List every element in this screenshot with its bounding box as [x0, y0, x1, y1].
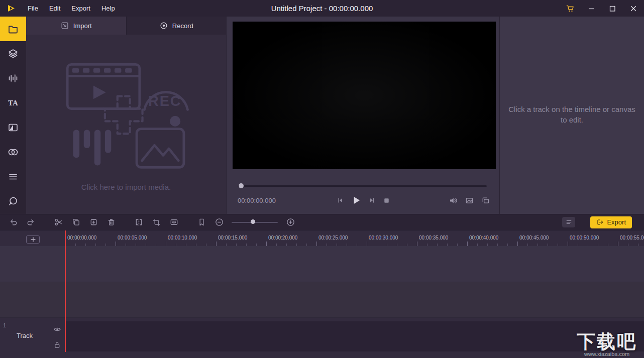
menu-help[interactable]: Help [96, 0, 121, 17]
maximize-button[interactable] [602, 0, 623, 17]
timeline-zoom-slider[interactable] [232, 217, 278, 227]
store-cart-icon[interactable] [560, 0, 581, 17]
paste-button[interactable] [88, 217, 98, 227]
video-canvas[interactable] [233, 22, 496, 169]
timeline-empty-row[interactable] [0, 246, 644, 282]
ruler-label: 00:00:25.000 [317, 235, 367, 241]
play-button[interactable] [350, 194, 362, 206]
track-name: Track [17, 332, 33, 339]
sidebar-item-transitions[interactable] [0, 115, 26, 140]
audio-waveform-icon [8, 73, 19, 84]
sidebar-item-animation[interactable] [0, 189, 26, 213]
seek-track[interactable] [238, 185, 487, 187]
export-icon [596, 218, 604, 226]
ruler-ticks-major [65, 242, 644, 246]
sidebar-item-text[interactable]: TA [0, 90, 26, 115]
ruler-label: 00:00:10.000 [166, 235, 217, 241]
seek-handle[interactable] [239, 183, 244, 188]
watermark-title: 下载吧 [577, 332, 637, 352]
zoom-in-button[interactable] [285, 217, 295, 227]
filters-icon [8, 147, 19, 158]
track-content[interactable] [65, 321, 644, 351]
ruler-label: 00:00:35.000 [417, 235, 468, 241]
close-button[interactable] [623, 0, 644, 17]
track-visibility-toggle[interactable] [53, 326, 61, 333]
menubar: File Edit Export Help [22, 0, 121, 17]
delete-button[interactable] [106, 217, 116, 227]
seekbar[interactable] [238, 182, 487, 189]
preview-options [449, 196, 493, 205]
track-manager-button[interactable] [562, 217, 575, 227]
watermark: 下载吧 www.xiazaiba.com [577, 332, 637, 357]
ruler-label: 00:00:15.000 [217, 235, 267, 241]
fit-timeline-button[interactable] [169, 217, 179, 227]
animation-icon [8, 196, 19, 207]
marker-button[interactable] [196, 217, 206, 227]
add-track-button[interactable] [26, 235, 40, 244]
split-button[interactable] [134, 217, 144, 227]
zoom-slider-handle[interactable] [251, 219, 255, 224]
tab-import[interactable]: Import [26, 17, 126, 35]
sidebar-item-media[interactable] [0, 17, 26, 41]
playhead[interactable] [65, 230, 66, 352]
record-icon [159, 21, 168, 30]
next-frame-button[interactable] [368, 196, 377, 205]
overlays-icon [8, 171, 19, 182]
tab-record-label: Record [172, 22, 193, 30]
folder-icon [8, 24, 19, 35]
sidebar-item-filters[interactable] [0, 140, 26, 164]
ruler-label: 00:00:05.000 [116, 235, 166, 241]
media-panel: Import Record [26, 17, 226, 214]
volume-icon[interactable] [449, 196, 458, 205]
track-header[interactable]: 1 Track [0, 321, 65, 351]
media-tabs: Import Record [26, 17, 226, 35]
track-number: 1 [3, 322, 6, 328]
previous-frame-button[interactable] [336, 196, 345, 205]
transitions-icon [8, 122, 19, 133]
import-hint-text: Click here to import media. [81, 183, 171, 191]
preview-panel: 00:00:00.000 [226, 17, 500, 214]
watermark-url: www.xiazaiba.com [577, 351, 637, 357]
properties-hint: Click a track on the timeline or canvas … [507, 104, 637, 214]
sidebar-item-overlays[interactable] [0, 164, 26, 189]
tab-import-label: Import [73, 22, 92, 30]
ruler-labels: 00:00:00.000 00:00:05.000 00:00:10.000 0… [66, 235, 644, 241]
undo-button[interactable] [8, 217, 18, 227]
ruler-label: 00:00:00.000 [66, 235, 116, 241]
ruler-label: 00:00:40.000 [468, 235, 518, 241]
tab-record[interactable]: Record [126, 17, 227, 35]
sidebar-item-audio[interactable] [0, 66, 26, 90]
ruler-label: 00:00:30.000 [367, 235, 417, 241]
playback-time: 00:00:00.000 [233, 197, 276, 204]
menu-edit[interactable]: Edit [44, 0, 66, 17]
export-button[interactable]: Export [590, 216, 632, 228]
zoom-out-button[interactable] [214, 217, 224, 227]
transport-bar: 00:00:00.000 [233, 193, 493, 208]
ruler-label: 00:00:50.000 [568, 235, 618, 241]
crop-button[interactable] [151, 217, 161, 227]
redo-button[interactable] [26, 217, 36, 227]
fullscreen-icon[interactable] [481, 196, 490, 205]
stop-button[interactable] [382, 196, 391, 205]
sidebar-item-layers[interactable] [0, 41, 26, 66]
timeline[interactable]: 00:00:00.000 00:00:05.000 00:00:10.000 0… [0, 230, 644, 358]
copy-button[interactable] [71, 217, 81, 227]
ruler-label: 00:00:20.000 [267, 235, 317, 241]
track-lock-toggle[interactable] [53, 341, 61, 348]
app-logo-icon[interactable] [0, 0, 22, 17]
svg-text:TA: TA [8, 99, 18, 107]
minimize-button[interactable] [581, 0, 602, 17]
text-icon: TA [7, 97, 19, 108]
menu-export[interactable]: Export [66, 0, 96, 17]
import-icon [60, 21, 69, 30]
timeline-toolbar: Export [0, 214, 644, 230]
cut-button[interactable] [53, 217, 63, 227]
snapshot-icon[interactable] [465, 196, 474, 205]
menu-file[interactable]: File [22, 0, 44, 17]
timeline-empty-row[interactable] [0, 282, 644, 318]
transport-controls [336, 194, 391, 206]
import-dropzone[interactable]: REC Click here to import media. [26, 35, 226, 214]
timeline-ruler[interactable]: 00:00:00.000 00:00:05.000 00:00:10.000 0… [0, 230, 644, 246]
titlebar: File Edit Export Help Untitled Project -… [0, 0, 644, 17]
ruler-label: 00:00:45.000 [518, 235, 568, 241]
